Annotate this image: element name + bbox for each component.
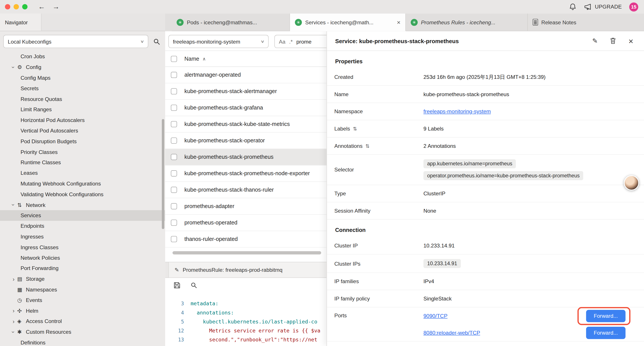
sort-ascending-icon[interactable]: ∧ — [202, 56, 206, 61]
row-checkbox[interactable] — [171, 187, 177, 193]
chevron-down-icon[interactable]: › — [10, 201, 17, 209]
gear-icon: ⚙ — [17, 64, 26, 70]
sidebar-item-ingress-classes[interactable]: Ingress Classes — [0, 242, 165, 253]
resource-name: kube-prometheus-stack-kube-state-metrics — [184, 121, 290, 127]
edit-pencil-icon[interactable]: ✎ — [592, 37, 598, 45]
property-label: Annotations — [334, 143, 362, 149]
resource-name: kube-prometheus-stack-operator — [184, 137, 265, 144]
sidebar-item-pod-disruption-budgets[interactable]: Pod Disruption Budgets — [0, 136, 165, 146]
sidebar-item-resource-quotas[interactable]: Resource Quotas — [0, 94, 165, 104]
notifications-bell-icon[interactable] — [569, 3, 577, 11]
sidebar-item-services[interactable]: Services — [0, 210, 165, 221]
row-checkbox[interactable] — [171, 220, 177, 226]
user-avatar[interactable] — [624, 175, 639, 190]
code-text: annotations: — [190, 308, 234, 317]
close-icon[interactable]: × — [628, 37, 633, 45]
forward-button-nav[interactable]: → — [52, 3, 60, 11]
upgrade-button[interactable]: UPGRADE — [584, 3, 622, 10]
close-window-button[interactable] — [5, 4, 10, 9]
forward-button[interactable]: Forward... — [586, 310, 626, 322]
sidebar-search-icon[interactable] — [153, 38, 160, 45]
tab-pods-icecheng-mathmas[interactable]: ✳Pods - icecheng@mathmas... — [172, 13, 290, 31]
port-link-8080-reloader-web-tcp[interactable]: 8080:reloader-web/TCP — [424, 330, 480, 336]
notification-count-badge[interactable]: 15 — [629, 2, 638, 11]
sidebar-item-port-forwarding[interactable]: Port Forwarding — [0, 263, 165, 274]
value-link-freeleaps-monitoring-system[interactable]: freeleaps-monitoring-system — [424, 108, 491, 114]
back-button[interactable]: ← — [38, 3, 45, 11]
row-checkbox[interactable] — [171, 170, 177, 177]
editor-search-icon[interactable] — [190, 282, 197, 289]
helm-icon: ✣ — [17, 308, 26, 314]
sidebar-item-secrets[interactable]: Secrets — [0, 83, 165, 93]
row-checkbox[interactable] — [171, 72, 177, 78]
sidebar-item-custom-resources[interactable]: ›✱Custom Resources — [0, 327, 165, 337]
app-window: ← → UPGRADE 15 Navigator ✳Pods - icechen… — [0, 0, 644, 346]
megaphone-icon — [584, 3, 592, 10]
sidebar-item-namespaces[interactable]: ›▦Namespaces — [0, 284, 165, 295]
close-icon[interactable]: × — [394, 19, 400, 26]
tab-navigator[interactable]: Navigator — [0, 13, 42, 31]
row-checkbox[interactable] — [171, 137, 177, 144]
sidebar-item-ingresses[interactable]: Ingresses — [0, 231, 165, 242]
clock-icon: ◷ — [17, 297, 26, 303]
chevron-down-icon[interactable]: › — [10, 328, 17, 336]
regex-toggle[interactable]: .* — [289, 38, 293, 44]
sidebar-item-config[interactable]: ›⚙Config — [0, 62, 165, 72]
forward-button[interactable]: Forward... — [586, 327, 626, 339]
save-icon[interactable] — [174, 282, 181, 289]
sidebar-item-definitions[interactable]: Definitions — [0, 337, 165, 346]
namespace-selector[interactable]: freeleaps-monitoring-system ∨ — [168, 35, 268, 48]
row-checkbox[interactable] — [171, 203, 177, 209]
sidebar-item-mutating-webhook-configurations[interactable]: Mutating Webhook Configurations — [0, 178, 165, 189]
sidebar-item-label: Config Maps — [20, 75, 51, 81]
match-case-toggle[interactable]: Aa — [279, 38, 286, 44]
column-header-name[interactable]: Name — [184, 56, 199, 62]
row-checkbox[interactable] — [171, 88, 177, 94]
sidebar-item-network-policies[interactable]: Network Policies — [0, 253, 165, 263]
chevron-right-icon[interactable]: › — [10, 276, 17, 282]
minimize-window-button[interactable] — [14, 4, 19, 9]
row-checkbox[interactable] — [171, 105, 177, 111]
kubeconfig-selector[interactable]: Local Kubeconfigs ∨ — [3, 35, 148, 48]
sidebar-item-config-maps[interactable]: Config Maps — [0, 72, 165, 83]
chevron-right-icon[interactable]: › — [10, 318, 17, 325]
sidebar-item-endpoints[interactable]: Endpoints — [0, 221, 165, 231]
scrollbar-thumb[interactable] — [172, 251, 321, 255]
sidebar-item-vertical-pod-autoscalers[interactable]: Vertical Pod Autoscalers — [0, 125, 165, 136]
expand-toggle-icon[interactable]: ⇅ — [366, 143, 370, 149]
property-label-wrap: IP families — [334, 278, 424, 285]
sidebar-item-horizontal-pod-autoscalers[interactable]: Horizontal Pod Autoscalers — [0, 115, 165, 125]
sidebar-item-helm[interactable]: ›✣Helm — [0, 306, 165, 316]
tab-prometheus-rules-icecheng[interactable]: ✳Prometheus Rules - icecheng... — [406, 13, 528, 31]
sidebar-item-storage[interactable]: ›▤Storage — [0, 274, 165, 284]
select-all-checkbox[interactable] — [171, 56, 177, 62]
sidebar-item-priority-classes[interactable]: Priority Classes — [0, 146, 165, 157]
property-label-wrap: Labels⇅ — [334, 126, 424, 132]
property-row-type: TypeClusterIP — [327, 185, 644, 202]
property-row-created: Created253d 16h 6m ago (2025年1月13日 GMT+8… — [327, 68, 644, 86]
chevron-right-icon[interactable]: › — [10, 308, 17, 314]
sidebar-item-cron-jobs[interactable]: Cron Jobs — [0, 51, 165, 62]
sidebar-item-network[interactable]: ›⇅Network — [0, 200, 165, 210]
tab-services-icecheng-math[interactable]: ✳Services - icecheng@math...× — [290, 13, 406, 31]
sidebar-item-events[interactable]: ›◷Events — [0, 295, 165, 305]
sidebar-item-limit-ranges[interactable]: Limit Ranges — [0, 104, 165, 115]
maximize-window-button[interactable] — [22, 4, 28, 9]
editor-tab-prometheusrule-freeleaps-prod-rabbitmq[interactable]: ✎PrometheusRule: freeleaps-prod-rabbitmq — [168, 262, 331, 278]
row-checkbox[interactable] — [171, 154, 177, 160]
chevron-down-icon[interactable]: › — [10, 63, 17, 71]
tab-release-notes[interactable]: Release Notes — [528, 13, 644, 31]
sidebar-item-validating-webhook-configurations[interactable]: Validating Webhook Configurations — [0, 189, 165, 200]
property-label-wrap: Cluster IP — [334, 243, 424, 249]
row-checkbox[interactable] — [171, 236, 177, 242]
sidebar-scrollbar[interactable] — [162, 119, 164, 229]
expand-toggle-icon[interactable]: ⇅ — [353, 126, 357, 131]
sidebar-item-leases[interactable]: Leases — [0, 168, 165, 178]
row-checkbox[interactable] — [171, 121, 177, 127]
trash-icon[interactable] — [610, 37, 616, 44]
sidebar-item-runtime-classes[interactable]: Runtime Classes — [0, 157, 165, 168]
sidebar-item-access-control[interactable]: ›◈Access Control — [0, 316, 165, 327]
sidebar-item-label: Events — [26, 297, 42, 303]
port-link-9090-tcp[interactable]: 9090/TCP — [424, 313, 448, 319]
property-label: Cluster IP — [334, 243, 358, 249]
